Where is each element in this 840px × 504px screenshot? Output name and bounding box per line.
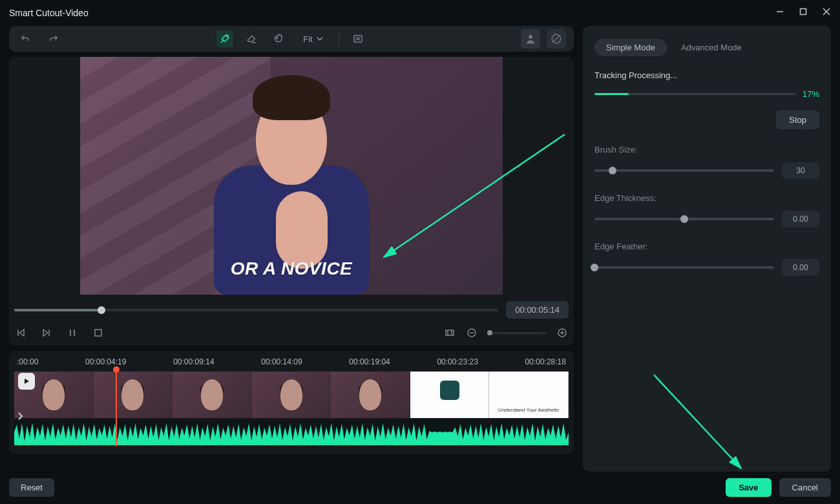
edge-thickness-label: Edge Thickness: [594,193,819,203]
save-button[interactable]: Save [726,478,771,497]
tab-simple-mode[interactable]: Simple Mode [594,39,667,56]
invert-mask-icon[interactable] [547,29,566,48]
mask-person-icon[interactable] [521,29,540,48]
undo-icon[interactable] [17,30,34,47]
zoom-fit-select[interactable]: Fit [298,33,328,45]
progress-percent: 17% [803,89,819,99]
brush-size-value[interactable]: 30 [782,162,819,179]
timeline-track[interactable]: Understand Your Aesthetic [14,370,569,446]
timeline-scrubber[interactable] [14,309,498,311]
svg-rect-17 [446,330,454,335]
video-preview[interactable]: OR A NOVICE [9,57,574,295]
erase-brush-icon[interactable] [244,30,260,47]
time-tick: 00:00:19:04 [349,357,390,366]
add-brush-icon[interactable] [216,30,233,47]
brush-size-label: Brush Size: [594,145,819,154]
video-caption: OR A NOVICE [231,258,353,279]
time-tick: 00:00:09:14 [173,357,214,366]
title-bar: Smart Cutout-Video [0,0,840,26]
video-frame: OR A NOVICE [80,57,503,295]
fit-label: Fit [303,34,312,44]
current-time-display: 00:00:05:14 [506,301,569,319]
close-icon[interactable] [822,7,831,19]
track-play-icon[interactable] [18,373,35,390]
controls-panel: Simple Mode Advanced Mode Tracking Proce… [583,26,831,472]
processing-status: Tracking Processing... [594,70,819,80]
zoom-slider[interactable] [487,332,547,334]
editor-toolbar: Fit [9,26,574,52]
cancel-button[interactable]: Cancel [779,478,831,497]
svg-rect-16 [95,330,101,336]
time-tick: :00:00 [17,357,38,366]
thumbnail [252,372,331,418]
edge-thickness-value[interactable]: 0.00 [782,211,819,227]
pan-hand-icon[interactable] [271,30,288,47]
track-scroll-left-icon[interactable] [17,410,25,425]
redo-icon[interactable] [45,30,62,47]
time-tick: 00:00:04:19 [85,357,126,366]
footer-bar: Reset Save Cancel [0,472,840,503]
maximize-icon[interactable] [799,7,808,19]
edge-thickness-slider[interactable] [594,218,774,220]
progress-bar [594,93,796,95]
minimize-icon[interactable] [775,7,784,19]
audio-waveform [14,419,569,445]
svg-point-8 [529,35,532,39]
time-ruler: :00:00 00:00:04:19 00:00:09:14 00:00:14:… [14,357,569,370]
tab-advanced-mode[interactable]: Advanced Mode [678,39,744,56]
thumbnail [410,372,490,418]
chevron-down-icon [317,36,323,42]
thumbnail [331,372,410,418]
zoom-in-icon[interactable] [556,326,569,339]
playhead[interactable] [116,370,117,446]
window-title: Smart Cutout-Video [9,8,89,18]
time-tick: 00:00:14:09 [261,357,302,366]
separator [339,32,339,45]
svg-rect-1 [801,9,806,15]
annotation-arrow-icon [647,368,764,478]
playback-controls [9,322,574,346]
time-tick: 00:00:28:18 [525,357,566,366]
svg-line-10 [553,36,560,43]
aspect-icon[interactable] [443,326,456,339]
next-frame-icon[interactable] [40,326,53,339]
thumbnail: Understand Your Aesthetic [489,372,569,418]
edge-feather-value[interactable]: 0.00 [782,259,819,276]
edge-feather-slider[interactable] [594,266,774,269]
timeline-panel: :00:00 00:00:04:19 00:00:09:14 00:00:14:… [9,351,574,454]
brush-size-slider[interactable] [594,169,774,172]
preview-area: OR A NOVICE 00:00:05:14 [9,57,574,346]
svg-line-23 [654,375,741,468]
edge-feather-label: Edge Feather: [594,242,819,251]
thumbnail [173,372,252,418]
thumbnail-strip: Understand Your Aesthetic [14,372,569,418]
zoom-out-icon[interactable] [465,326,478,339]
pause-icon[interactable] [66,326,79,339]
stop-button[interactable]: Stop [776,110,819,129]
thumbnail [94,372,173,418]
stop-icon[interactable] [92,326,105,339]
time-tick: 00:00:23:23 [437,357,478,366]
reset-button[interactable]: Reset [9,478,54,497]
prev-frame-icon[interactable] [14,326,27,339]
compare-icon[interactable] [350,30,366,47]
scrubber-row: 00:00:05:14 [9,295,574,322]
window-controls [775,7,831,19]
